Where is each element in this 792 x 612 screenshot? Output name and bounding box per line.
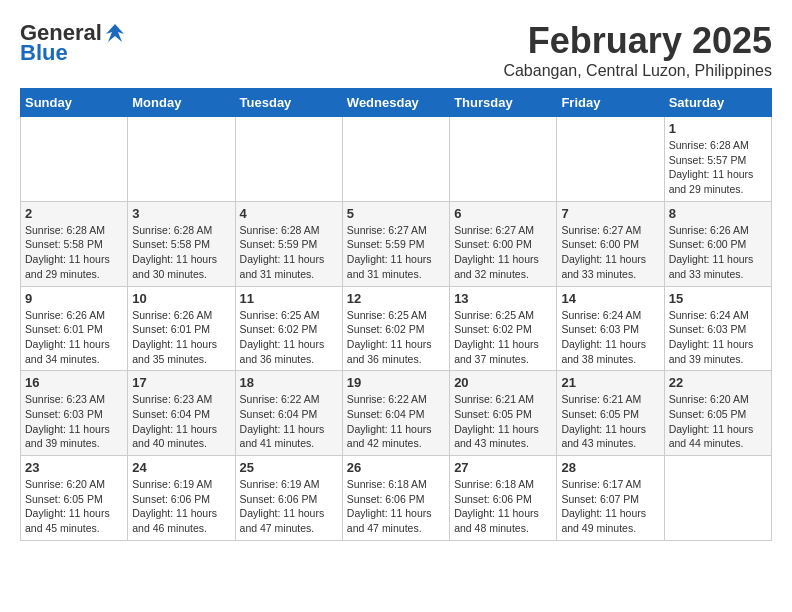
calendar-cell: 14Sunrise: 6:24 AM Sunset: 6:03 PM Dayli… [557,286,664,371]
day-info: Sunrise: 6:19 AM Sunset: 6:06 PM Dayligh… [240,477,338,536]
day-info: Sunrise: 6:20 AM Sunset: 6:05 PM Dayligh… [25,477,123,536]
calendar-cell [21,117,128,202]
day-number: 19 [347,375,445,390]
logo-bird-icon [104,22,126,44]
calendar-cell: 3Sunrise: 6:28 AM Sunset: 5:58 PM Daylig… [128,201,235,286]
month-title: February 2025 [503,20,772,62]
day-info: Sunrise: 6:22 AM Sunset: 6:04 PM Dayligh… [240,392,338,451]
day-number: 5 [347,206,445,221]
day-number: 12 [347,291,445,306]
calendar-cell: 16Sunrise: 6:23 AM Sunset: 6:03 PM Dayli… [21,371,128,456]
day-number: 24 [132,460,230,475]
day-info: Sunrise: 6:28 AM Sunset: 5:58 PM Dayligh… [25,223,123,282]
day-info: Sunrise: 6:26 AM Sunset: 6:01 PM Dayligh… [25,308,123,367]
calendar-cell: 1Sunrise: 6:28 AM Sunset: 5:57 PM Daylig… [664,117,771,202]
day-info: Sunrise: 6:21 AM Sunset: 6:05 PM Dayligh… [454,392,552,451]
day-info: Sunrise: 6:28 AM Sunset: 5:57 PM Dayligh… [669,138,767,197]
calendar-header-thursday: Thursday [450,89,557,117]
calendar-cell: 27Sunrise: 6:18 AM Sunset: 6:06 PM Dayli… [450,456,557,541]
calendar-cell: 23Sunrise: 6:20 AM Sunset: 6:05 PM Dayli… [21,456,128,541]
svg-marker-0 [106,24,124,42]
day-info: Sunrise: 6:21 AM Sunset: 6:05 PM Dayligh… [561,392,659,451]
day-info: Sunrise: 6:18 AM Sunset: 6:06 PM Dayligh… [454,477,552,536]
day-info: Sunrise: 6:25 AM Sunset: 6:02 PM Dayligh… [240,308,338,367]
day-number: 6 [454,206,552,221]
calendar-cell [342,117,449,202]
calendar-cell: 26Sunrise: 6:18 AM Sunset: 6:06 PM Dayli… [342,456,449,541]
calendar-cell: 17Sunrise: 6:23 AM Sunset: 6:04 PM Dayli… [128,371,235,456]
calendar-cell: 13Sunrise: 6:25 AM Sunset: 6:02 PM Dayli… [450,286,557,371]
calendar-week-row: 23Sunrise: 6:20 AM Sunset: 6:05 PM Dayli… [21,456,772,541]
calendar-cell: 21Sunrise: 6:21 AM Sunset: 6:05 PM Dayli… [557,371,664,456]
day-info: Sunrise: 6:27 AM Sunset: 5:59 PM Dayligh… [347,223,445,282]
calendar-header-monday: Monday [128,89,235,117]
day-info: Sunrise: 6:26 AM Sunset: 6:01 PM Dayligh… [132,308,230,367]
calendar-header-tuesday: Tuesday [235,89,342,117]
calendar-cell: 18Sunrise: 6:22 AM Sunset: 6:04 PM Dayli… [235,371,342,456]
day-number: 23 [25,460,123,475]
calendar-cell [235,117,342,202]
calendar-cell: 9Sunrise: 6:26 AM Sunset: 6:01 PM Daylig… [21,286,128,371]
day-info: Sunrise: 6:25 AM Sunset: 6:02 PM Dayligh… [347,308,445,367]
calendar-cell: 6Sunrise: 6:27 AM Sunset: 6:00 PM Daylig… [450,201,557,286]
calendar-week-row: 9Sunrise: 6:26 AM Sunset: 6:01 PM Daylig… [21,286,772,371]
day-number: 20 [454,375,552,390]
calendar-header-row: SundayMondayTuesdayWednesdayThursdayFrid… [21,89,772,117]
day-number: 3 [132,206,230,221]
calendar-cell: 7Sunrise: 6:27 AM Sunset: 6:00 PM Daylig… [557,201,664,286]
day-info: Sunrise: 6:24 AM Sunset: 6:03 PM Dayligh… [561,308,659,367]
calendar-cell [128,117,235,202]
calendar-cell [557,117,664,202]
day-number: 26 [347,460,445,475]
day-info: Sunrise: 6:23 AM Sunset: 6:03 PM Dayligh… [25,392,123,451]
calendar-cell: 28Sunrise: 6:17 AM Sunset: 6:07 PM Dayli… [557,456,664,541]
calendar-cell: 10Sunrise: 6:26 AM Sunset: 6:01 PM Dayli… [128,286,235,371]
day-number: 28 [561,460,659,475]
calendar-cell: 24Sunrise: 6:19 AM Sunset: 6:06 PM Dayli… [128,456,235,541]
day-number: 2 [25,206,123,221]
day-number: 13 [454,291,552,306]
day-info: Sunrise: 6:26 AM Sunset: 6:00 PM Dayligh… [669,223,767,282]
day-info: Sunrise: 6:25 AM Sunset: 6:02 PM Dayligh… [454,308,552,367]
calendar-table: SundayMondayTuesdayWednesdayThursdayFrid… [20,88,772,541]
calendar-week-row: 2Sunrise: 6:28 AM Sunset: 5:58 PM Daylig… [21,201,772,286]
day-number: 21 [561,375,659,390]
day-info: Sunrise: 6:27 AM Sunset: 6:00 PM Dayligh… [561,223,659,282]
day-number: 27 [454,460,552,475]
day-number: 14 [561,291,659,306]
day-info: Sunrise: 6:27 AM Sunset: 6:00 PM Dayligh… [454,223,552,282]
logo: General Blue [20,20,126,66]
calendar-cell: 8Sunrise: 6:26 AM Sunset: 6:00 PM Daylig… [664,201,771,286]
calendar-cell: 15Sunrise: 6:24 AM Sunset: 6:03 PM Dayli… [664,286,771,371]
day-info: Sunrise: 6:24 AM Sunset: 6:03 PM Dayligh… [669,308,767,367]
day-info: Sunrise: 6:18 AM Sunset: 6:06 PM Dayligh… [347,477,445,536]
calendar-cell: 19Sunrise: 6:22 AM Sunset: 6:04 PM Dayli… [342,371,449,456]
logo-blue-text: Blue [20,40,68,66]
day-info: Sunrise: 6:28 AM Sunset: 5:59 PM Dayligh… [240,223,338,282]
day-number: 8 [669,206,767,221]
calendar-cell: 22Sunrise: 6:20 AM Sunset: 6:05 PM Dayli… [664,371,771,456]
day-number: 4 [240,206,338,221]
day-number: 1 [669,121,767,136]
day-info: Sunrise: 6:28 AM Sunset: 5:58 PM Dayligh… [132,223,230,282]
day-info: Sunrise: 6:20 AM Sunset: 6:05 PM Dayligh… [669,392,767,451]
calendar-header-sunday: Sunday [21,89,128,117]
day-info: Sunrise: 6:17 AM Sunset: 6:07 PM Dayligh… [561,477,659,536]
calendar-header-wednesday: Wednesday [342,89,449,117]
calendar-cell: 25Sunrise: 6:19 AM Sunset: 6:06 PM Dayli… [235,456,342,541]
day-info: Sunrise: 6:19 AM Sunset: 6:06 PM Dayligh… [132,477,230,536]
day-info: Sunrise: 6:23 AM Sunset: 6:04 PM Dayligh… [132,392,230,451]
day-number: 16 [25,375,123,390]
day-number: 11 [240,291,338,306]
page-header: General Blue February 2025 Cabangan, Cen… [20,20,772,80]
calendar-header-saturday: Saturday [664,89,771,117]
calendar-header-friday: Friday [557,89,664,117]
calendar-cell: 2Sunrise: 6:28 AM Sunset: 5:58 PM Daylig… [21,201,128,286]
day-number: 10 [132,291,230,306]
calendar-cell: 4Sunrise: 6:28 AM Sunset: 5:59 PM Daylig… [235,201,342,286]
calendar-cell: 12Sunrise: 6:25 AM Sunset: 6:02 PM Dayli… [342,286,449,371]
day-number: 18 [240,375,338,390]
calendar-cell: 5Sunrise: 6:27 AM Sunset: 5:59 PM Daylig… [342,201,449,286]
day-number: 7 [561,206,659,221]
calendar-week-row: 1Sunrise: 6:28 AM Sunset: 5:57 PM Daylig… [21,117,772,202]
